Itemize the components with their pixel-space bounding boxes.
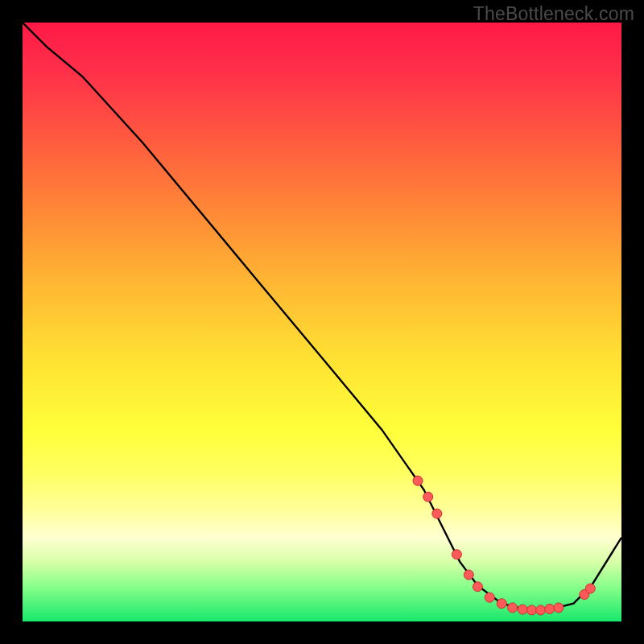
chart-frame: TheBottleneck.com	[0, 0, 644, 644]
curve-marker	[473, 582, 482, 592]
curve-markers	[413, 476, 595, 615]
curve-marker	[518, 605, 527, 614]
curve-marker	[508, 603, 518, 613]
chart-svg	[23, 23, 621, 621]
watermark-text: TheBottleneck.com	[473, 3, 634, 25]
curve-marker	[432, 509, 442, 518]
curve-marker	[526, 605, 536, 615]
plot-area	[23, 23, 621, 621]
curve-marker	[452, 550, 461, 559]
curve-marker	[485, 592, 494, 602]
curve-marker	[497, 599, 506, 609]
curve-marker	[545, 604, 555, 613]
curve-marker	[413, 476, 423, 485]
curve-marker	[585, 584, 595, 593]
curve-marker	[423, 492, 433, 502]
bottleneck-curve	[23, 23, 621, 609]
curve-marker	[464, 570, 473, 580]
curve-marker	[536, 605, 546, 615]
curve-marker	[554, 603, 564, 613]
